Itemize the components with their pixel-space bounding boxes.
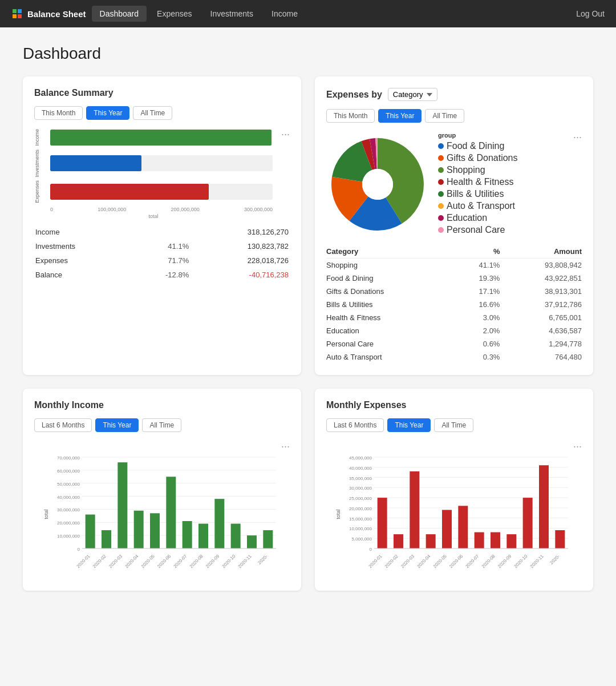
- svg-text:2020-05: 2020-05: [140, 554, 156, 570]
- svg-text:2020-08: 2020-08: [189, 554, 205, 570]
- expenses-filter-this-year[interactable]: This Year: [378, 109, 422, 123]
- svg-rect-96: [539, 465, 549, 548]
- svg-text:2020-11: 2020-11: [529, 554, 545, 570]
- legend-label: Health & Fitness: [447, 177, 513, 187]
- monthly-expenses-card: Monthly Expenses Last 6 Months This Year…: [315, 389, 593, 591]
- expense-amount: 4,636,587: [500, 324, 582, 337]
- legend-label: Food & Dining: [447, 141, 504, 151]
- nav-investments[interactable]: Investments: [202, 6, 261, 22]
- legend-label: Shopping: [447, 165, 485, 175]
- svg-text:20,000,000: 20,000,000: [349, 506, 372, 511]
- expense-category: Education: [326, 324, 453, 337]
- expense-pct: 17.1%: [453, 285, 500, 298]
- svg-text:2020-06: 2020-06: [156, 554, 172, 570]
- legend-item: Shopping: [438, 165, 518, 175]
- svg-text:total: total: [335, 509, 341, 519]
- nav-dashboard[interactable]: Dashboard: [92, 6, 147, 22]
- svg-text:2020-11: 2020-11: [237, 554, 253, 570]
- svg-text:45,000,000: 45,000,000: [349, 455, 372, 461]
- svg-text:60,000,000: 60,000,000: [57, 469, 80, 474]
- svg-text:40,000,000: 40,000,000: [57, 495, 80, 500]
- expenses-filter-all-time[interactable]: All Time: [425, 109, 464, 123]
- balance-chart-more[interactable]: ···: [281, 129, 290, 139]
- balance-filter-this-month[interactable]: This Month: [34, 106, 83, 120]
- svg-rect-82: [426, 534, 436, 548]
- axis-1: 100,000,000: [98, 207, 126, 212]
- svg-text:2020-05: 2020-05: [432, 554, 448, 570]
- expense-table-row: Education 2.0% 4,636,587: [326, 324, 582, 337]
- legend-item: Personal Care: [438, 225, 518, 235]
- expense-amount: 6,765,001: [500, 311, 582, 324]
- expenses-filter-last6[interactable]: Last 6 Months: [326, 418, 384, 432]
- expenses-filter-all-time[interactable]: All Time: [434, 418, 473, 432]
- income-bar-row: Income: [34, 129, 273, 146]
- row-amount-negative: -40,716,238: [190, 268, 290, 282]
- balance-summary-title: Balance Summary: [34, 88, 290, 98]
- income-bar-outer: [50, 130, 273, 146]
- svg-point-12: [362, 169, 393, 200]
- investments-bar-fill: [50, 155, 141, 171]
- expenses-by-header: Expenses by Category: [326, 88, 582, 101]
- legend-label: Personal Care: [447, 225, 505, 235]
- brand-icon: [11, 8, 23, 19]
- svg-text:2020-03: 2020-03: [108, 554, 124, 570]
- investments-bar-outer: [50, 155, 273, 171]
- balance-summary-table: Income 318,126,270 Investments 41.1% 130…: [34, 225, 290, 282]
- row-amount: 130,823,782: [190, 239, 290, 253]
- expenses-chart-more-btn[interactable]: ···: [573, 441, 582, 451]
- row-label: Expenses: [34, 253, 131, 268]
- svg-text:15,000,000: 15,000,000: [349, 516, 372, 522]
- pie-svg: [326, 136, 429, 233]
- svg-rect-92: [506, 534, 516, 548]
- nav-income[interactable]: Income: [264, 6, 306, 22]
- expenses-filter-this-year[interactable]: This Year: [387, 418, 431, 432]
- expenses-by-card: Expenses by Category This Month This Yea…: [315, 76, 593, 375]
- svg-text:10,000,000: 10,000,000: [57, 534, 80, 539]
- expenses-chart-more[interactable]: ···: [573, 132, 582, 142]
- legend-item: Food & Dining: [438, 141, 518, 151]
- legend-item: Bills & Utilities: [438, 189, 518, 199]
- pie-chart: [326, 136, 429, 233]
- monthly-expenses-chart: ··· 05,000,00010,000,00015,000,00020,000…: [326, 441, 582, 579]
- pie-legend: group Food & Dining Gifts & Donations Sh…: [438, 132, 518, 237]
- expenses-filter-this-month[interactable]: This Month: [326, 109, 375, 123]
- income-filter-last6[interactable]: Last 6 Months: [34, 418, 92, 432]
- logout-button[interactable]: Log Out: [576, 9, 605, 18]
- expenses-by-dropdown[interactable]: Category: [388, 88, 437, 101]
- expense-category: Auto & Transport: [326, 350, 453, 364]
- svg-text:2020-09: 2020-09: [205, 554, 221, 570]
- balance-filter-all-time[interactable]: All Time: [133, 106, 172, 120]
- income-filter-all-time[interactable]: All Time: [142, 418, 181, 432]
- row-amount: 318,126,270: [190, 225, 290, 239]
- row-pct: [131, 225, 191, 239]
- income-bar-label: Income: [34, 129, 46, 146]
- svg-rect-78: [394, 534, 403, 548]
- svg-text:2020-08: 2020-08: [481, 554, 497, 570]
- svg-rect-76: [378, 498, 387, 548]
- svg-rect-3: [18, 14, 22, 18]
- nav-expenses[interactable]: Expenses: [149, 6, 200, 22]
- svg-text:2020-01: 2020-01: [75, 554, 91, 570]
- expenses-bar-label: Expenses: [34, 180, 46, 203]
- svg-rect-86: [458, 506, 468, 548]
- svg-rect-98: [555, 530, 565, 548]
- income-filter-this-year[interactable]: This Year: [95, 418, 139, 432]
- expense-table-row: Bills & Utilities 16.6% 37,912,786: [326, 298, 582, 311]
- income-chart-more[interactable]: ···: [281, 441, 290, 451]
- col-amount: Amount: [500, 245, 582, 259]
- svg-rect-0: [13, 9, 17, 13]
- svg-rect-44: [198, 524, 208, 548]
- table-row: Balance -12.8% -40,716,238: [34, 268, 290, 282]
- expenses-bar-outer: [50, 184, 273, 200]
- expense-pct: 2.0%: [453, 324, 500, 337]
- main-content: Dashboard Balance Summary This Month Thi…: [0, 27, 616, 608]
- svg-text:50,000,000: 50,000,000: [57, 482, 80, 487]
- legend-item: Education: [438, 213, 518, 223]
- expense-amount: 38,913,301: [500, 285, 582, 298]
- expense-category: Shopping: [326, 259, 453, 272]
- balance-filter-this-year[interactable]: This Year: [86, 106, 129, 120]
- expense-category: Health & Fitness: [326, 311, 453, 324]
- svg-rect-42: [183, 521, 192, 548]
- expense-table-row: Shopping 41.1% 93,808,942: [326, 259, 582, 272]
- investments-bar-label: Investments: [34, 150, 46, 177]
